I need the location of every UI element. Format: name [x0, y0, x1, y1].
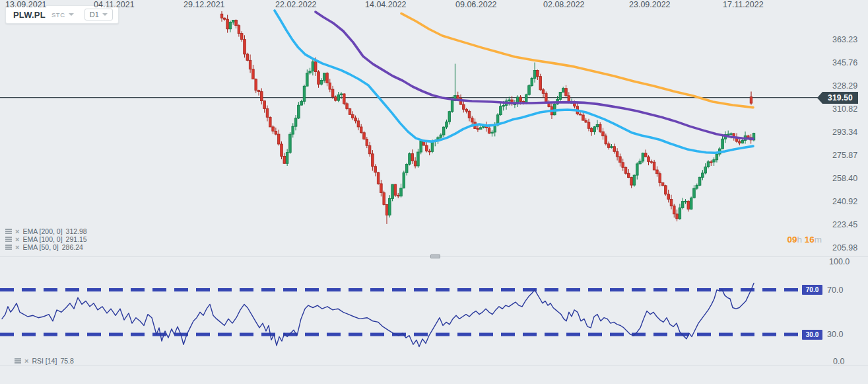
rsi-axis-label: 0.0	[833, 357, 844, 366]
candlesticks	[220, 11, 755, 224]
rsi-line	[2, 283, 754, 346]
indicator-settings-icon[interactable]	[5, 229, 12, 234]
date-axis-label: 14.04.2022	[365, 0, 407, 9]
date-axis-label: 02.08.2022	[543, 0, 585, 9]
rsi-lower-band-badge: 30.0	[802, 330, 822, 340]
date-axis-label: 22.02.2022	[275, 0, 317, 9]
indicator-value: 286.24	[62, 243, 83, 251]
price-axis-label: 345.76	[832, 58, 857, 67]
countdown-hours-suffix: h	[797, 235, 802, 245]
trading-chart-window: PLW.PL STC D1 × EMA [200, 0] 312.98 × EM…	[0, 0, 868, 384]
close-icon[interactable]: ×	[15, 245, 19, 250]
date-axis-label: 04.11.2021	[94, 0, 135, 9]
indicator-label: EMA [100, 0]	[22, 235, 62, 243]
indicator-label: EMA [200, 0]	[22, 227, 62, 235]
indicator-value: 291.15	[66, 235, 87, 243]
close-icon[interactable]: ×	[15, 237, 19, 242]
chevron-down-icon	[102, 13, 108, 16]
indicator-label: EMA [50, 0]	[22, 243, 58, 251]
rsi-axis-label: 30.0	[827, 330, 843, 339]
rsi-lower-band-value: 30.0	[806, 331, 818, 338]
close-icon[interactable]: ×	[24, 358, 28, 364]
countdown-hours: 09	[787, 235, 797, 245]
price-axis-label: 258.40	[832, 174, 857, 183]
price-chart-canvas[interactable]	[0, 0, 868, 384]
price-axis-label: 328.29	[832, 81, 857, 91]
rsi-axis-label: 70.0	[827, 286, 843, 295]
indicator-label: RSI [14]	[32, 357, 57, 365]
rsi-upper-band-value: 70.0	[806, 286, 818, 293]
indicator-row-rsi: × RSI [14] 75.8	[15, 357, 74, 365]
rsi-upper-band-badge: 70.0	[802, 285, 822, 295]
chevron-down-icon[interactable]	[69, 13, 74, 16]
candle-countdown: 09h 16m	[726, 235, 822, 245]
panel-resize-handle[interactable]	[430, 254, 440, 258]
date-axis-label: 17.11.2022	[723, 0, 764, 9]
ema-50-line	[275, 11, 753, 153]
price-axis-label: 240.92	[832, 197, 857, 206]
price-line-value: 319.50	[828, 93, 853, 102]
timeframe-selector[interactable]: D1	[84, 9, 113, 20]
symbol-label[interactable]: PLW.PL	[13, 10, 46, 20]
badge-arrow-icon	[817, 92, 822, 104]
close-icon[interactable]: ×	[15, 229, 19, 234]
indicator-settings-icon[interactable]	[15, 358, 21, 364]
price-axis-label: 310.82	[832, 104, 857, 114]
price-axis-label: 293.34	[832, 128, 857, 137]
ema-200-line	[401, 13, 753, 107]
indicator-row-ema100: × EMA [100, 0] 291.15	[5, 235, 87, 243]
indicator-settings-icon[interactable]	[5, 245, 12, 250]
timeframe-label: D1	[90, 11, 99, 19]
indicator-row-ema200: × EMA [200, 0] 312.98	[5, 227, 87, 235]
price-line-badge: 319.50	[822, 92, 858, 104]
indicator-labels: × EMA [200, 0] 312.98 × EMA [100, 0] 291…	[5, 227, 87, 251]
date-axis-label: 09.06.2022	[455, 0, 497, 9]
indicator-value: 312.98	[66, 227, 87, 235]
indicator-settings-icon[interactable]	[5, 237, 12, 242]
date-axis-label: 23.09.2022	[629, 0, 671, 9]
price-axis-label: 363.23	[832, 35, 857, 44]
date-axis-label: 13.09.2021	[5, 0, 47, 9]
symbol-type-label[interactable]: STC	[51, 11, 65, 19]
price-axis-label: 223.45	[832, 220, 857, 229]
countdown-minutes-suffix: m	[815, 235, 822, 245]
rsi-axis-label: 100.0	[829, 257, 850, 266]
indicator-value: 75.8	[60, 357, 73, 365]
date-axis-divider	[0, 365, 868, 365]
current-price-marker-body	[750, 97, 752, 104]
date-axis-label: 29.12.2021	[184, 0, 225, 9]
price-axis-label: 205.98	[832, 243, 857, 252]
countdown-minutes: 16	[805, 235, 815, 245]
indicator-row-ema50: × EMA [50, 0] 286.24	[5, 243, 87, 251]
price-axis-label: 275.87	[832, 151, 857, 160]
